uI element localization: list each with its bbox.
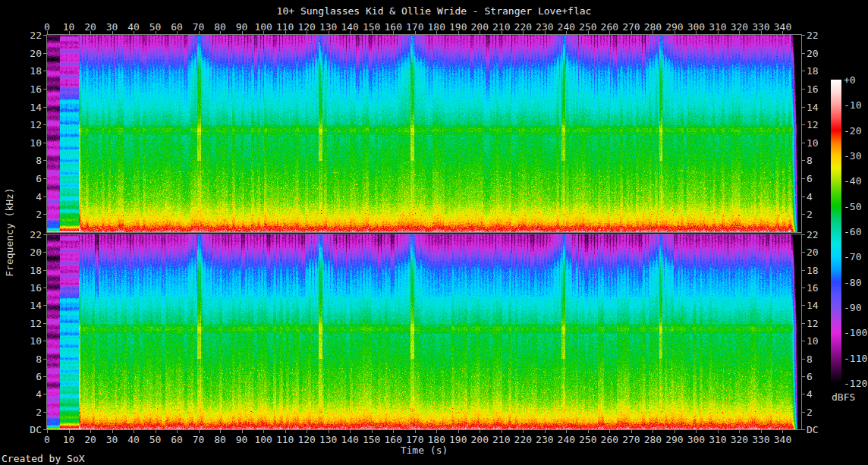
time-tick-label: 160: [384, 22, 401, 32]
freq-tick-label: 6: [24, 174, 42, 184]
dbfs-tick-label: -120: [844, 379, 867, 388]
time-tick-label: 150: [363, 22, 380, 32]
freq-tick-label: 14: [24, 300, 42, 310]
time-tick-label: 20: [84, 22, 96, 32]
freq-tick-label: 18: [807, 265, 819, 275]
freq-tick: [802, 214, 805, 215]
freq-tick-label: 14: [807, 102, 819, 112]
time-tick-label: 0: [44, 22, 50, 32]
freq-tick-label: 22: [24, 230, 42, 240]
time-tick-label: 100: [254, 22, 272, 32]
time-tick-label: 60: [171, 435, 183, 445]
dbfs-colorbar: [831, 80, 841, 383]
spectrogram-canvas-channel2: [47, 234, 801, 429]
freq-tick-label: 8: [807, 156, 813, 165]
time-tick-label: 110: [276, 435, 294, 445]
time-tick: [90, 430, 91, 433]
dbfs-tick-label: -80: [844, 277, 861, 287]
time-tick-label: 260: [601, 435, 618, 445]
freq-tick-label: 6: [807, 371, 813, 381]
time-tick-label: 250: [579, 435, 596, 445]
freq-tick: [43, 178, 46, 179]
time-tick-label: 0: [44, 435, 50, 445]
freq-tick: [802, 160, 805, 161]
freq-tick: [802, 178, 805, 179]
dbfs-tick-label: +0: [844, 75, 856, 85]
freq-tick: [43, 89, 46, 90]
freq-tick-label: 2: [807, 407, 813, 416]
time-tick-label: 180: [428, 435, 445, 445]
freq-tick: [802, 359, 805, 360]
freq-tick-label: 14: [24, 102, 42, 112]
time-tick: [69, 430, 70, 433]
time-tick-label: 70: [193, 435, 205, 445]
freq-tick: [43, 305, 46, 306]
time-tick: [112, 430, 113, 433]
time-tick-label: 120: [297, 22, 315, 32]
time-tick-label: 40: [127, 22, 140, 32]
freq-tick-label: DC: [24, 425, 42, 435]
freq-tick-label: 22: [807, 30, 819, 40]
time-tick-label: 60: [171, 22, 183, 32]
freq-tick-label: 10: [24, 137, 42, 147]
time-tick-label: 90: [236, 22, 248, 32]
time-tick-label: 320: [731, 22, 748, 32]
frequency-axis-label: Frequency (kHz): [5, 187, 14, 276]
time-tick-label: 130: [319, 435, 337, 445]
time-tick: [653, 430, 653, 433]
freq-tick-label: 20: [807, 48, 819, 58]
freq-tick: [802, 287, 805, 288]
time-tick: [307, 430, 307, 433]
time-tick-label: 240: [558, 22, 575, 32]
time-tick-label: 30: [106, 435, 118, 445]
time-tick: [199, 430, 200, 433]
freq-tick: [43, 196, 46, 197]
time-tick-label: 220: [514, 435, 532, 445]
time-tick-label: 140: [341, 22, 358, 32]
time-tick: [263, 430, 264, 433]
time-tick-label: 330: [752, 435, 769, 445]
freq-tick-label: 6: [24, 371, 42, 381]
freq-tick-label: 18: [24, 265, 42, 275]
time-tick: [782, 430, 783, 433]
freq-tick: [802, 305, 805, 306]
freq-tick: [43, 412, 46, 413]
freq-tick-label: 22: [24, 30, 42, 40]
time-tick-label: 10: [63, 22, 75, 32]
time-tick: [242, 430, 243, 433]
time-tick-label: 200: [471, 22, 489, 32]
dbfs-tick-label: -100: [844, 328, 867, 338]
freq-tick-label: 10: [807, 137, 819, 147]
time-tick: [480, 430, 480, 433]
freq-tick-label: 12: [807, 120, 819, 130]
time-tick-label: 120: [297, 435, 315, 445]
time-tick-label: 290: [665, 22, 683, 32]
freq-tick-label: 10: [807, 336, 819, 346]
time-tick-label: 40: [127, 435, 140, 445]
time-tick-label: 300: [687, 435, 705, 445]
time-tick-label: 170: [406, 22, 423, 32]
freq-tick-label: 18: [807, 66, 819, 76]
freq-tick-label: 16: [807, 283, 819, 293]
time-tick-label: 220: [514, 22, 532, 32]
time-tick: [156, 430, 156, 433]
freq-tick-label: 16: [24, 283, 42, 293]
freq-tick-label: 4: [807, 389, 813, 399]
time-tick-label: 320: [731, 435, 748, 445]
freq-tick: [802, 143, 805, 143]
freq-tick: [802, 35, 805, 36]
freq-tick-label: 8: [24, 156, 42, 165]
freq-tick-label: 16: [24, 83, 42, 93]
freq-tick: [802, 341, 805, 341]
time-tick-label: 10: [63, 435, 75, 445]
time-tick: [415, 430, 416, 433]
time-tick-label: 270: [622, 22, 640, 32]
time-tick-label: 150: [363, 435, 380, 445]
time-tick-label: 300: [687, 22, 705, 32]
freq-tick: [43, 270, 46, 271]
freq-tick: [43, 160, 46, 161]
time-tick-label: 110: [276, 22, 294, 32]
time-tick-label: 330: [752, 22, 769, 32]
dbfs-tick-label: -60: [844, 227, 861, 237]
freq-tick: [43, 71, 46, 71]
